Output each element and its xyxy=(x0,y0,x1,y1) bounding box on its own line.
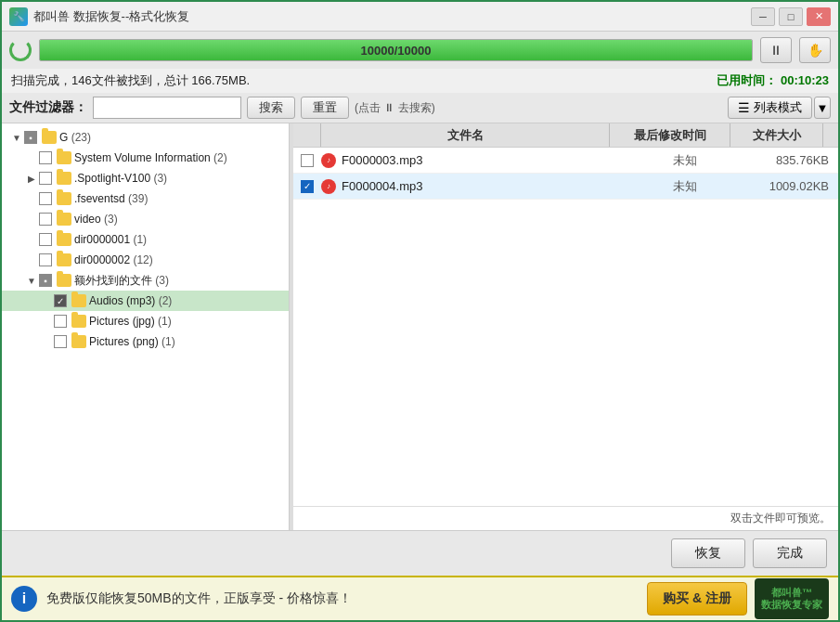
tree-item-dir1[interactable]: dir0000001 (1) xyxy=(2,229,289,250)
file-size-f4: 1009.02KB xyxy=(745,179,838,193)
toggle-audios xyxy=(39,293,54,308)
checkbox-dir2[interactable] xyxy=(39,253,52,266)
tree-label-svi: System Volume Information (2) xyxy=(74,151,227,164)
folder-icon-spotlight xyxy=(57,172,71,185)
tree-item-dir2[interactable]: dir0000002 (12) xyxy=(2,250,289,270)
search-button[interactable]: 搜索 xyxy=(247,97,295,119)
tree-label-g: G (23) xyxy=(59,131,91,144)
toggle-g[interactable]: ▼ xyxy=(9,130,24,145)
restore-button[interactable]: 恢复 xyxy=(671,538,745,568)
file-tree: ▼ ▪ G (23) System Volume Information (2)… xyxy=(2,123,290,530)
file-name-f4: ♪ F0000004.mp3 xyxy=(321,179,625,194)
checkbox-fseventsd[interactable] xyxy=(39,192,52,205)
scan-result: 扫描完成，146文件被找到，总计 166.75MB. 已用时间： 00:10:2… xyxy=(2,69,838,93)
folder-icon-svi xyxy=(57,151,71,164)
filter-label: 文件过滤器： xyxy=(9,99,87,116)
stop-button[interactable]: ✋ xyxy=(799,37,831,63)
file-size-f3: 835.76KB xyxy=(745,153,838,167)
tree-label-extra: 额外找到的文件 (3) xyxy=(74,273,169,289)
view-mode-dropdown[interactable]: ▼ xyxy=(814,97,831,119)
tree-label-dir2: dir0000002 (12) xyxy=(74,253,153,266)
checkbox-f3[interactable] xyxy=(301,154,314,167)
checkbox-spotlight[interactable] xyxy=(39,172,52,185)
header-name-col: 文件名 xyxy=(321,123,610,147)
file-row-checkbox-f3[interactable] xyxy=(293,154,321,167)
toggle-pics-png xyxy=(39,334,54,349)
app-icon: 🔧 xyxy=(9,7,28,26)
toggle-extra[interactable]: ▼ xyxy=(24,273,39,288)
tree-item-g[interactable]: ▼ ▪ G (23) xyxy=(2,127,289,148)
tree-item-video[interactable]: video (3) xyxy=(2,209,289,229)
time-value: 00:10:23 xyxy=(781,73,829,87)
checkbox-f4[interactable]: ✓ xyxy=(301,180,314,193)
tree-item-svi[interactable]: System Volume Information (2) xyxy=(2,148,289,168)
checkbox-video[interactable] xyxy=(39,213,52,226)
tree-item-pics-jpg[interactable]: Pictures (jpg) (1) xyxy=(2,311,289,331)
folder-icon-fseventsd xyxy=(57,192,71,205)
file-name-text-f4: F0000004.mp3 xyxy=(342,179,422,193)
tree-label-audios: Audios (mp3) (2) xyxy=(89,294,172,307)
buy-button[interactable]: 购买 & 注册 xyxy=(647,582,747,616)
toggle-pics-jpg xyxy=(39,314,54,329)
folder-icon-g xyxy=(42,131,57,144)
file-list: ♪ F0000003.mp3 未知 835.76KB ✓ ♪ F00 xyxy=(293,148,838,506)
header-size-col: 文件大小 xyxy=(730,123,823,147)
tree-item-extra[interactable]: ▼ ▪ 额外找到的文件 (3) xyxy=(2,270,289,291)
done-button[interactable]: 完成 xyxy=(753,538,827,568)
folder-icon-video xyxy=(57,213,71,226)
brand-logo: 都叫兽™数据恢复专家 xyxy=(755,578,829,619)
checkbox-dir1[interactable] xyxy=(39,233,52,246)
time-display: 已用时间： 00:10:23 xyxy=(717,72,829,89)
progress-area: 10000/10000 ⏸ ✋ xyxy=(2,32,838,69)
checkbox-g[interactable]: ▪ xyxy=(24,131,37,144)
folder-icon-pics-jpg xyxy=(71,315,86,328)
checkbox-pics-jpg[interactable] xyxy=(54,315,67,328)
folder-icon-dir2 xyxy=(57,253,71,266)
toggle-spotlight[interactable]: ▶ xyxy=(24,171,39,186)
header-scroll-col xyxy=(823,123,838,147)
checkbox-pics-png[interactable] xyxy=(54,335,67,348)
filter-hint: (点击 ⏸ 去搜索) xyxy=(355,100,435,116)
table-row[interactable]: ✓ ♪ F0000004.mp3 未知 1009.02KB xyxy=(293,174,838,200)
header-date-col: 最后修改时间 xyxy=(610,123,730,147)
preview-hint: 双击文件即可预览。 xyxy=(293,506,838,530)
file-date-f4: 未知 xyxy=(625,178,745,195)
tree-label-video: video (3) xyxy=(74,213,118,226)
toggle-video xyxy=(24,212,39,227)
file-row-checkbox-f4[interactable]: ✓ xyxy=(293,180,321,193)
app-window: 🔧 都叫兽 数据恢复--格式化恢复 ─ □ ✕ 10000/10000 ⏸ ✋ … xyxy=(0,0,840,622)
file-name-f3: ♪ F0000003.mp3 xyxy=(321,153,625,168)
header-checkbox-col xyxy=(293,123,321,147)
table-row[interactable]: ♪ F0000003.mp3 未知 835.76KB xyxy=(293,148,838,174)
toggle-dir1 xyxy=(24,232,39,247)
checkbox-extra[interactable]: ▪ xyxy=(39,274,52,287)
file-type-icon-f3: ♪ xyxy=(321,153,336,168)
info-icon: i xyxy=(11,586,37,612)
file-panel: 文件名 最后修改时间 文件大小 ♪ F0000003.mp3 xyxy=(293,123,838,530)
tree-item-pics-png[interactable]: Pictures (png) (1) xyxy=(2,331,289,352)
tree-label-pics-jpg: Pictures (jpg) (1) xyxy=(89,315,172,328)
footer-ad-text: 免费版仅能恢复50MB的文件，正版享受 - 价格惊喜！ xyxy=(46,590,647,607)
scan-result-text: 扫描完成，146文件被找到，总计 166.75MB. xyxy=(11,73,250,87)
reset-button[interactable]: 重置 xyxy=(301,97,349,119)
tree-label-spotlight: .Spotlight-V100 (3) xyxy=(74,172,167,185)
time-label: 已用时间： xyxy=(717,73,777,87)
tree-item-fseventsd[interactable]: .fseventsd (39) xyxy=(2,188,289,209)
app-title: 都叫兽 数据恢复--格式化恢复 xyxy=(33,8,751,25)
list-icon: ☰ xyxy=(738,100,750,115)
maximize-button[interactable]: □ xyxy=(779,7,803,26)
pause-button[interactable]: ⏸ xyxy=(760,37,792,63)
file-date-f3: 未知 xyxy=(625,152,745,169)
view-mode-button[interactable]: ☰ 列表模式 xyxy=(728,97,812,119)
checkbox-svi[interactable] xyxy=(39,151,52,164)
tree-item-audios[interactable]: ✓ Audios (mp3) (2) xyxy=(2,291,289,311)
brand-text: 都叫兽™数据恢复专家 xyxy=(761,587,822,611)
tree-item-spotlight[interactable]: ▶ .Spotlight-V100 (3) xyxy=(2,168,289,188)
minimize-button[interactable]: ─ xyxy=(751,7,775,26)
filter-input[interactable] xyxy=(93,97,241,119)
close-button[interactable]: ✕ xyxy=(807,7,831,26)
table-header: 文件名 最后修改时间 文件大小 xyxy=(293,123,838,148)
checkbox-audios[interactable]: ✓ xyxy=(54,294,67,307)
tree-label-pics-png: Pictures (png) (1) xyxy=(89,335,175,348)
tree-label-dir1: dir0000001 (1) xyxy=(74,233,147,246)
